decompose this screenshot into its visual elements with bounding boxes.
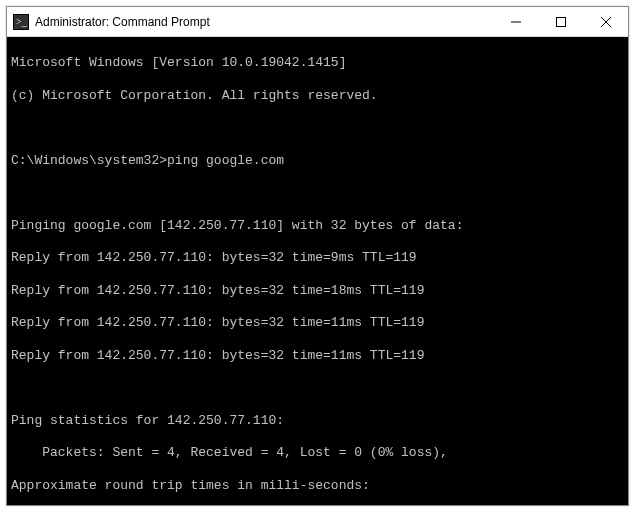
window-title: Administrator: Command Prompt bbox=[35, 15, 210, 29]
svg-text:>_: >_ bbox=[16, 16, 28, 27]
reply-line: Reply from 142.250.77.110: bytes=32 time… bbox=[11, 348, 624, 364]
reply-line: Reply from 142.250.77.110: bytes=32 time… bbox=[11, 250, 624, 266]
version-line: Microsoft Windows [Version 10.0.19042.14… bbox=[11, 55, 624, 71]
reply-line: Reply from 142.250.77.110: bytes=32 time… bbox=[11, 283, 624, 299]
prompt-command: ping google.com bbox=[167, 153, 284, 168]
copyright-line: (c) Microsoft Corporation. All rights re… bbox=[11, 88, 624, 104]
reply-line: Reply from 142.250.77.110: bytes=32 time… bbox=[11, 315, 624, 331]
titlebar[interactable]: >_ Administrator: Command Prompt bbox=[7, 7, 628, 37]
maximize-button[interactable] bbox=[538, 7, 583, 36]
close-button[interactable] bbox=[583, 7, 628, 36]
blank-line bbox=[11, 120, 624, 136]
blank-line bbox=[11, 185, 624, 201]
terminal-output[interactable]: Microsoft Windows [Version 10.0.19042.14… bbox=[7, 37, 628, 505]
command-prompt-icon: >_ bbox=[13, 14, 29, 30]
pinging-line: Pinging google.com [142.250.77.110] with… bbox=[11, 218, 624, 234]
minimize-button[interactable] bbox=[493, 7, 538, 36]
command-prompt-window: >_ Administrator: Command Prompt Microso… bbox=[6, 6, 629, 506]
titlebar-left: >_ Administrator: Command Prompt bbox=[7, 14, 493, 30]
blank-line bbox=[11, 380, 624, 396]
stats-header: Ping statistics for 142.250.77.110: bbox=[11, 413, 624, 429]
svg-rect-4 bbox=[556, 17, 565, 26]
prompt-line-1: C:\Windows\system32>ping google.com bbox=[11, 153, 624, 169]
stats-packets: Packets: Sent = 4, Received = 4, Lost = … bbox=[11, 445, 624, 461]
window-controls bbox=[493, 7, 628, 36]
stats-rtt-header: Approximate round trip times in milli-se… bbox=[11, 478, 624, 494]
prompt-path: C:\Windows\system32> bbox=[11, 153, 167, 168]
